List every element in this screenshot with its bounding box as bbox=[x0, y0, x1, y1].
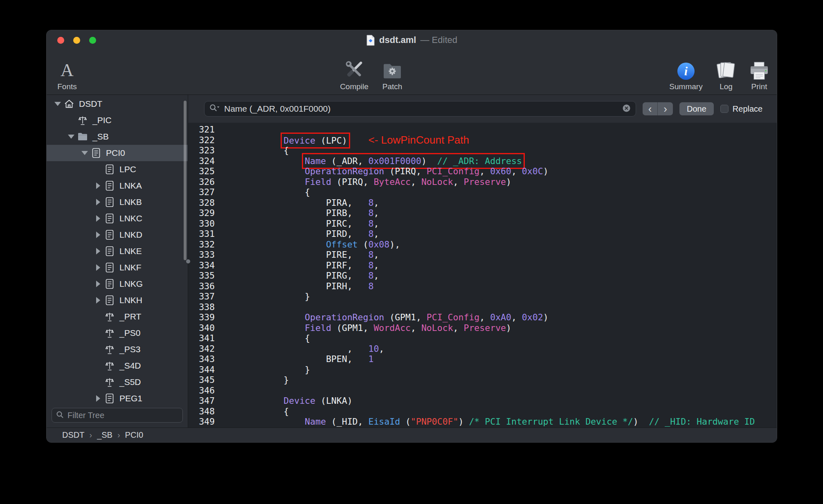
breadcrumb-separator-icon: › bbox=[117, 430, 120, 440]
find-previous-button[interactable]: ‹ bbox=[643, 102, 658, 115]
device-icon bbox=[104, 246, 115, 256]
compile-button[interactable]: Compile bbox=[335, 57, 374, 91]
disclosure-triangle-icon[interactable] bbox=[92, 395, 104, 402]
tree-item-label: PCI0 bbox=[106, 148, 125, 158]
tree-item-_s4d[interactable]: _S4D bbox=[47, 358, 188, 374]
code-line: 338 bbox=[188, 302, 777, 313]
tree-item-lnke[interactable]: LNKE bbox=[47, 243, 188, 259]
tree-item-peg1[interactable]: PEG1 bbox=[47, 390, 188, 405]
disclosure-triangle-icon[interactable] bbox=[52, 102, 63, 106]
line-number: 330 bbox=[188, 218, 215, 229]
code-line: 342 , 10, bbox=[188, 344, 777, 354]
tree-item-dsdt[interactable]: DSDT bbox=[47, 96, 188, 112]
disclosure-triangle-icon[interactable] bbox=[65, 135, 77, 139]
line-number: 329 bbox=[188, 208, 215, 218]
disclosure-triangle-icon[interactable] bbox=[92, 215, 104, 222]
disclosure-triangle-icon[interactable] bbox=[92, 248, 104, 254]
pane-splitter[interactable] bbox=[186, 259, 190, 263]
line-number: 321 bbox=[188, 124, 215, 135]
log-label: Log bbox=[720, 82, 733, 91]
line-number: 331 bbox=[188, 229, 215, 239]
tree-item-lnkd[interactable]: LNKD bbox=[47, 227, 188, 243]
disclosure-triangle-icon[interactable] bbox=[92, 199, 104, 205]
line-number: 338 bbox=[188, 302, 215, 313]
disclosure-triangle-icon[interactable] bbox=[92, 297, 104, 304]
tree-item-lnkg[interactable]: LNKG bbox=[47, 276, 188, 292]
line-number: 339 bbox=[188, 312, 215, 323]
line-number: 327 bbox=[188, 187, 215, 198]
find-prev-next-control: ‹ › bbox=[643, 102, 673, 115]
tree-item-_prt[interactable]: _PRT bbox=[47, 308, 188, 325]
tree-item-_s5d[interactable]: _S5D bbox=[47, 374, 188, 390]
close-button[interactable] bbox=[57, 37, 64, 44]
code-line: 341 { bbox=[188, 333, 777, 344]
code-line: 344 } bbox=[188, 364, 777, 375]
tree-item-label: LPC bbox=[119, 164, 136, 174]
tree-item-_pic[interactable]: _PIC bbox=[47, 112, 188, 128]
sidebar-scrollbar[interactable] bbox=[184, 101, 187, 260]
disclosure-triangle-icon[interactable] bbox=[92, 264, 104, 271]
disclosure-triangle-icon[interactable] bbox=[92, 281, 104, 287]
tree-item-lnka[interactable]: LNKA bbox=[47, 178, 188, 194]
tree-item-label: _S5D bbox=[119, 377, 141, 387]
patch-label: Patch bbox=[382, 82, 403, 91]
tree-item-label: LNKA bbox=[119, 181, 142, 191]
search-menu-icon[interactable] bbox=[209, 104, 220, 114]
done-button[interactable]: Done bbox=[679, 102, 714, 115]
line-number: 324 bbox=[188, 156, 215, 166]
device-icon bbox=[104, 295, 115, 306]
filter-tree-field[interactable] bbox=[52, 408, 183, 423]
compile-label: Compile bbox=[340, 82, 369, 91]
tree-item-lpc[interactable]: LPC bbox=[47, 161, 188, 178]
tree-item-lnkf[interactable]: LNKF bbox=[47, 259, 188, 276]
search-field[interactable] bbox=[204, 101, 636, 117]
method-icon bbox=[104, 360, 115, 371]
tree-item-_ps0[interactable]: _PS0 bbox=[47, 325, 188, 341]
device-icon bbox=[104, 262, 115, 273]
clear-search-icon[interactable] bbox=[622, 104, 631, 114]
code-line: 346 bbox=[188, 385, 777, 396]
tree-item-label: _PS3 bbox=[119, 344, 140, 354]
tree-item-_sb[interactable]: _SB bbox=[47, 128, 188, 145]
line-number: 345 bbox=[188, 375, 215, 385]
replace-checkbox[interactable] bbox=[720, 105, 729, 113]
method-icon bbox=[77, 115, 88, 126]
code-editor[interactable]: 321322 Device (LPC) <- LowPinCount Path3… bbox=[188, 123, 777, 428]
code-line: 322 Device (LPC) <- LowPinCount Path bbox=[188, 135, 777, 146]
device-icon bbox=[104, 180, 115, 191]
line-number: 348 bbox=[188, 406, 215, 417]
print-button[interactable]: Print bbox=[740, 57, 777, 91]
breadcrumb-item-sb[interactable]: _SB bbox=[97, 430, 112, 440]
code-line: 329 PIRB, 8, bbox=[188, 208, 777, 218]
line-number: 344 bbox=[188, 364, 215, 375]
tree-item-lnkc[interactable]: LNKC bbox=[47, 210, 188, 227]
summary-button[interactable]: i Summary bbox=[666, 57, 706, 91]
minimize-button[interactable] bbox=[73, 37, 80, 44]
breadcrumb-item-dsdt[interactable]: DSDT bbox=[62, 430, 84, 440]
breadcrumb: DSDT › _SB › PCI0 bbox=[47, 428, 777, 442]
tree-item-label: LNKH bbox=[119, 295, 142, 305]
code-lines: 321322 Device (LPC) <- LowPinCount Path3… bbox=[188, 124, 777, 427]
tree-item-label: LNKF bbox=[119, 263, 142, 272]
tree-item-_ps3[interactable]: _PS3 bbox=[47, 341, 188, 358]
fonts-button[interactable]: A Fonts bbox=[47, 57, 87, 91]
tree-item-lnkh[interactable]: LNKH bbox=[47, 292, 188, 308]
disclosure-triangle-icon[interactable] bbox=[92, 182, 104, 189]
disclosure-triangle-icon[interactable] bbox=[92, 232, 104, 238]
code-line: 339 OperationRegion (GPM1, PCI_Config, 0… bbox=[188, 312, 777, 323]
zoom-button[interactable] bbox=[89, 37, 96, 44]
filter-tree-input[interactable] bbox=[67, 411, 178, 420]
line-number: 323 bbox=[188, 145, 215, 156]
search-input[interactable] bbox=[224, 104, 618, 114]
line-number: 328 bbox=[188, 198, 215, 208]
line-number: 342 bbox=[188, 344, 215, 354]
breadcrumb-item-pci0[interactable]: PCI0 bbox=[125, 430, 143, 440]
tree-item-lnkb[interactable]: LNKB bbox=[47, 194, 188, 210]
code-line: 336 PIRH, 8 bbox=[188, 281, 777, 292]
disclosure-triangle-icon[interactable] bbox=[79, 151, 90, 155]
tree-item-pci0[interactable]: PCI0 bbox=[47, 145, 188, 161]
tree-item-label: LNKC bbox=[119, 214, 142, 223]
line-number: 322 bbox=[188, 135, 215, 146]
find-next-button[interactable]: › bbox=[658, 102, 673, 115]
patch-button[interactable]: Patch bbox=[373, 57, 412, 91]
